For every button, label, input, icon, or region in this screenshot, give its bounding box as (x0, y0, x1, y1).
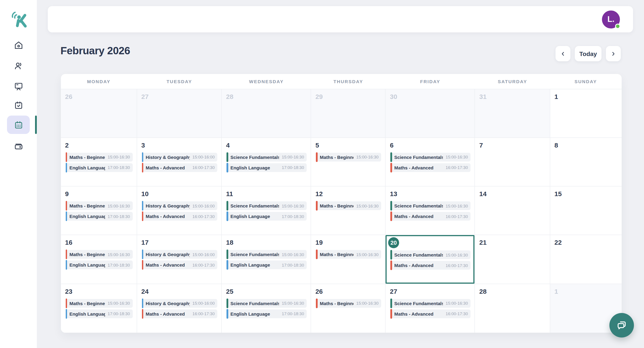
calendar-day-cell[interactable]: 7 (475, 138, 550, 187)
app-logo[interactable] (8, 9, 29, 30)
calendar-day-cell[interactable]: 28 (222, 89, 311, 138)
event-title: Maths - Beginner (70, 155, 105, 160)
prev-month-button[interactable] (556, 46, 570, 61)
calendar-day-cell[interactable]: 31 (475, 89, 550, 138)
event-chip[interactable]: English Language17:00-18:30 (226, 309, 307, 318)
event-chip[interactable]: English Language17:00-18:30 (226, 261, 307, 269)
event-color-bar (316, 201, 318, 211)
event-chip[interactable]: English Language17:00-18:30 (66, 309, 132, 318)
event-chip[interactable]: Maths - Advanced16:00-17:30 (390, 212, 470, 221)
calendar-day-cell[interactable]: 13Science Fundamentals15:00-16:30Maths -… (386, 186, 475, 235)
event-chip[interactable]: History & Geography15:00-16:00 (142, 201, 217, 210)
calendar-day-cell[interactable]: 12Maths - Beginner15:00-16:30 (311, 186, 386, 235)
event-chip[interactable]: History & Geography15:00-16:00 (142, 250, 217, 259)
calendar-day-cell[interactable]: 16Maths - Beginner15:00-16:30English Lan… (61, 235, 137, 284)
calendar-day-cell[interactable]: 25Science Fundamentals15:00-16:30English… (222, 284, 311, 333)
calendar-day-cell[interactable]: 5Maths - Beginner15:00-16:30 (311, 138, 386, 187)
calendar-day-cell[interactable]: 6Science Fundamentals15:00-16:30Maths - … (386, 138, 475, 187)
event-chip[interactable]: Maths - Advanced16:00-17:30 (390, 261, 470, 270)
chat-fab-button[interactable] (610, 313, 634, 338)
sidebar-item-home[interactable] (0, 40, 37, 50)
calendar-day-cell[interactable]: 23Maths - Beginner15:00-16:30English Lan… (61, 284, 137, 333)
event-chip[interactable]: Maths - Advanced16:00-17:30 (390, 309, 470, 318)
calendar-day-cell[interactable]: 1 (550, 89, 622, 138)
event-chip[interactable]: Maths - Beginner15:00-16:30 (66, 153, 132, 162)
event-chip[interactable]: Science Fundamentals15:00-16:30 (390, 299, 470, 308)
calendar-day-cell[interactable]: 15 (550, 186, 622, 235)
calendar-day-cell[interactable]: 26Maths - Beginner15:00-16:30 (311, 284, 386, 333)
event-chip[interactable]: Science Fundamentals15:00-16:30 (390, 153, 470, 162)
event-title: English Language (70, 311, 105, 316)
event-title: English Language (230, 311, 279, 316)
calendar-day-cell[interactable]: 17History & Geography15:00-16:00Maths - … (137, 235, 222, 284)
event-chip[interactable]: Maths - Advanced16:00-17:30 (142, 261, 217, 269)
calendar-day-cell[interactable]: 14 (475, 186, 550, 235)
event-title: Science Fundamentals (230, 252, 279, 257)
calendar-card: MONDAYTUESDAYWEDNESDAYTHURSDAYFRIDAYSATU… (61, 74, 622, 333)
next-month-button[interactable] (606, 46, 621, 61)
event-chip[interactable]: Science Fundamentals15:00-16:30 (226, 153, 307, 162)
event-chip[interactable]: Maths - Advanced16:00-17:30 (390, 163, 470, 172)
event-chip[interactable]: Science Fundamentals15:00-16:30 (226, 201, 307, 210)
calendar-day-cell[interactable]: 8 (550, 138, 622, 187)
calendar-day-cell[interactable]: 18Science Fundamentals15:00-16:30English… (222, 235, 311, 284)
event-chip[interactable]: History & Geography15:00-16:00 (142, 299, 217, 308)
event-chip[interactable]: History & Geography15:00-16:00 (142, 153, 217, 162)
sidebar-item-tasks[interactable] (0, 100, 37, 110)
event-chip[interactable]: English Language17:00-18:30 (66, 212, 132, 221)
event-chip[interactable]: Maths - Beginner15:00-16:30 (66, 250, 132, 259)
calendar-day-cell[interactable]: 26 (61, 89, 137, 138)
event-chip[interactable]: Maths - Beginner15:00-16:30 (66, 201, 132, 210)
calendar-day-cell[interactable]: 22 (550, 235, 622, 284)
calendar-day-cell[interactable]: 9Maths - Beginner15:00-16:30English Lang… (61, 186, 137, 235)
event-chip[interactable]: Maths - Advanced16:00-17:30 (142, 163, 217, 172)
calendar-day-cell[interactable]: 29 (311, 89, 386, 138)
calendar-day-cell[interactable]: 11Science Fundamentals15:00-16:30English… (222, 186, 311, 235)
calendar-day-cell[interactable]: 30 (386, 89, 475, 138)
calendar-day-cell[interactable]: 3History & Geography15:00-16:00Maths - A… (137, 138, 222, 187)
event-color-bar (142, 298, 143, 308)
weekday-label: WEDNESDAY (222, 74, 311, 89)
calendar-day-cell[interactable]: 28 (475, 284, 550, 333)
sidebar-item-wallet[interactable] (0, 141, 37, 151)
event-chip[interactable]: Maths - Advanced16:00-17:30 (142, 309, 217, 318)
sidebar-item-screen[interactable] (0, 81, 37, 91)
calendar-day-cell[interactable]: 2Maths - Beginner15:00-16:30English Lang… (61, 138, 137, 187)
event-chip[interactable]: Science Fundamentals15:00-16:30 (390, 251, 470, 259)
event-time: 16:00-17:30 (446, 165, 468, 170)
event-chip[interactable]: Science Fundamentals15:00-16:30 (226, 250, 307, 259)
event-chip[interactable]: English Language17:00-18:30 (66, 261, 132, 269)
calendar-day-cell[interactable]: 10History & Geography15:00-16:00Maths - … (137, 186, 222, 235)
event-title: Maths - Beginner (320, 301, 354, 306)
event-chip[interactable]: Maths - Beginner15:00-16:30 (316, 250, 381, 259)
calendar-day-cell[interactable]: 21 (475, 235, 550, 284)
calendar-day-cell[interactable]: 20Science Fundamentals15:00-16:30Maths -… (386, 235, 475, 284)
event-chip[interactable]: Maths - Beginner15:00-16:30 (316, 201, 381, 210)
event-color-bar (226, 152, 228, 162)
today-button[interactable]: Today (575, 46, 602, 61)
event-chip[interactable]: English Language17:00-18:30 (226, 163, 307, 172)
event-title: Maths - Beginner (70, 252, 105, 257)
calendar-day-cell[interactable]: 24History & Geography15:00-16:00Maths - … (137, 284, 222, 333)
event-chip[interactable]: Maths - Advanced16:00-17:30 (142, 212, 217, 221)
calendar-day-cell[interactable]: 19Maths - Beginner15:00-16:30 (311, 235, 386, 284)
event-title: Maths - Advanced (394, 165, 443, 170)
event-chip[interactable]: Maths - Beginner15:00-16:30 (316, 153, 381, 162)
sidebar-item-calendar-active[interactable] (7, 116, 30, 134)
event-chip[interactable]: Science Fundamentals15:00-16:30 (226, 299, 307, 308)
avatar[interactable]: L. (602, 10, 620, 28)
event-chip[interactable]: Maths - Beginner15:00-16:30 (66, 299, 132, 308)
event-color-bar (316, 298, 318, 308)
calendar-day-cell[interactable]: 27 (137, 89, 222, 138)
sidebar-item-users[interactable] (0, 61, 37, 71)
event-chip[interactable]: Science Fundamentals15:00-16:30 (390, 201, 470, 210)
calendar-day-cell[interactable]: 4Science Fundamentals15:00-16:30English … (222, 138, 311, 187)
calendar-day-cell[interactable]: 27Science Fundamentals15:00-16:30Maths -… (386, 284, 475, 333)
event-chip[interactable]: Maths - Beginner15:00-16:30 (316, 299, 381, 308)
event-chip[interactable]: English Language17:00-18:30 (226, 212, 307, 221)
chevron-left-icon (560, 50, 566, 57)
day-number: 17 (141, 239, 218, 246)
event-chip[interactable]: English Language17:00-18:30 (66, 163, 132, 172)
event-title: Science Fundamentals (230, 301, 279, 306)
event-time: 15:00-16:30 (356, 301, 378, 306)
